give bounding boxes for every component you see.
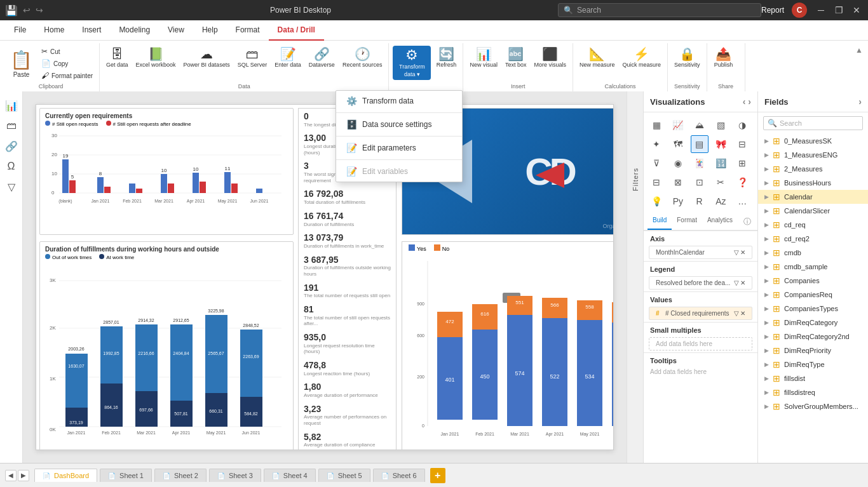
dataverse-button[interactable]: 🔗 Dataverse bbox=[306, 46, 337, 70]
viz-icon-stacked-col[interactable]: ▤ bbox=[691, 135, 709, 153]
viz-icon-matrix[interactable]: ⊠ bbox=[669, 173, 687, 191]
tab-file[interactable]: File bbox=[5, 20, 35, 41]
new-measure-button[interactable]: 📐 New measure bbox=[577, 46, 618, 70]
undo-icon[interactable]: ↩ bbox=[23, 5, 31, 15]
page-tab-sheet3[interactable]: 📄 Sheet 3 bbox=[209, 469, 261, 482]
fields-search[interactable]: 🔍 Search bbox=[763, 116, 863, 130]
excel-workbook-button[interactable]: 📗 Excel workbook bbox=[133, 46, 179, 70]
page-tab-sheet1[interactable]: 📄 Sheet 1 bbox=[100, 469, 152, 482]
tab-insert[interactable]: Insert bbox=[73, 20, 110, 41]
dropdown-transform-data[interactable]: ⚙️ Transform data bbox=[336, 91, 462, 111]
values-field-filter-icon[interactable]: ▽ bbox=[734, 310, 739, 317]
legend-field[interactable]: Resolved before the dea... ▽ ✕ bbox=[649, 276, 752, 290]
field-cmdb-sample[interactable]: ▶ ⊞ cmdb_sample bbox=[758, 260, 868, 274]
viz-icon-kpi[interactable]: 🔢 bbox=[712, 154, 729, 172]
viz-back-icon[interactable]: ‹ bbox=[743, 97, 746, 107]
sidebar-data-icon[interactable]: 🗃 bbox=[3, 117, 20, 135]
quick-measure-button[interactable]: ⚡ Quick measure bbox=[620, 46, 664, 70]
title-search-bar[interactable]: 🔍 Search bbox=[558, 3, 761, 17]
field-calendarslicer[interactable]: ▶ ⊞ CalendarSlicer bbox=[758, 204, 868, 218]
field-calendar[interactable]: ▶ ⊞ Calendar bbox=[758, 190, 868, 204]
viz-icon-funnel[interactable]: ⊽ bbox=[648, 154, 665, 172]
powerbi-datasets-button[interactable]: ☁ Power BI datasets bbox=[181, 46, 233, 70]
page-tab-sheet6[interactable]: 📄 Sheet 6 bbox=[373, 469, 425, 482]
legend-field-filter-icon[interactable]: ▽ bbox=[734, 279, 739, 286]
viz-info-button[interactable]: ⓘ bbox=[741, 214, 754, 230]
axis-field[interactable]: MonthInCalendar ▽ ✕ bbox=[649, 246, 752, 259]
viz-icon-waterfall[interactable]: ⊟ bbox=[733, 135, 751, 153]
viz-icon-more[interactable]: … bbox=[733, 192, 751, 210]
field-dimreqtype[interactable]: ▶ ⊞ DimReqType bbox=[758, 357, 868, 371]
format-painter-button[interactable]: 🖌 Format painter bbox=[39, 70, 95, 81]
page-tab-sheet2[interactable]: 📄 Sheet 2 bbox=[154, 469, 207, 482]
page-tab-sheet4[interactable]: 📄 Sheet 4 bbox=[264, 469, 316, 482]
small-multiples-field[interactable]: Add data fields here bbox=[649, 337, 752, 350]
enter-data-button[interactable]: 📝 Enter data bbox=[272, 46, 304, 70]
paste-button[interactable]: 📋 Paste bbox=[6, 46, 36, 81]
viz-icon-ribbon[interactable]: 🎀 bbox=[712, 135, 729, 153]
transform-data-button[interactable]: ⚙ Transform data ▾ bbox=[393, 46, 431, 80]
tab-modeling[interactable]: Modeling bbox=[110, 20, 159, 41]
tab-view[interactable]: View bbox=[159, 20, 193, 41]
sidebar-report-icon[interactable]: 📊 bbox=[3, 97, 20, 114]
tab-data-drill[interactable]: Data / Drill bbox=[269, 20, 324, 41]
field-0-measuressk[interactable]: ▶ ⊞ 0_MeasuresSK bbox=[758, 134, 868, 148]
fields-expand-icon[interactable]: › bbox=[858, 97, 862, 107]
field-companiesreq[interactable]: ▶ ⊞ CompaniesReq bbox=[758, 288, 868, 302]
viz-tab-format[interactable]: Format bbox=[672, 214, 702, 230]
sidebar-dax-icon[interactable]: Ω bbox=[3, 157, 20, 175]
tab-format[interactable]: Format bbox=[227, 20, 269, 41]
minimize-button[interactable]: ─ bbox=[815, 4, 827, 17]
field-companiestypes[interactable]: ▶ ⊞ CompaniesTypes bbox=[758, 302, 868, 316]
viz-icon-python[interactable]: Py bbox=[669, 192, 687, 210]
field-dimreqcategory[interactable]: ▶ ⊞ DimReqCategory bbox=[758, 316, 868, 330]
page-next-button[interactable]: ▶ bbox=[18, 470, 29, 481]
redo-icon[interactable]: ↪ bbox=[36, 5, 43, 15]
values-field-remove-icon[interactable]: ✕ bbox=[740, 310, 745, 317]
viz-icon-map[interactable]: 🗺 bbox=[669, 135, 687, 153]
page-tab-dashboard[interactable]: 📄 DashBoard bbox=[34, 469, 97, 482]
text-box-button[interactable]: 🔤 Text box bbox=[503, 46, 529, 70]
field-dimreqpriority[interactable]: ▶ ⊞ DimReqPriority bbox=[758, 344, 868, 357]
add-page-button[interactable]: + bbox=[430, 468, 445, 483]
field-2-measures[interactable]: ▶ ⊞ 2_Measures bbox=[758, 162, 868, 176]
field-cd-req2[interactable]: ▶ ⊞ cd_req2 bbox=[758, 232, 868, 246]
viz-tab-build[interactable]: Build bbox=[648, 214, 672, 230]
viz-icon-az[interactable]: Az bbox=[712, 192, 729, 210]
viz-icon-pie[interactable]: ◑ bbox=[733, 116, 751, 134]
more-visuals-button[interactable]: ⬛ More visuals bbox=[531, 46, 569, 70]
user-avatar[interactable]: C bbox=[792, 3, 807, 18]
tab-home[interactable]: Home bbox=[35, 20, 73, 41]
get-data-button[interactable]: 🗄 Get data bbox=[104, 46, 131, 70]
publish-button[interactable]: 📤 Publish bbox=[711, 46, 736, 70]
field-1-measureseng[interactable]: ▶ ⊞ 1_MeasuresENG bbox=[758, 148, 868, 162]
viz-icon-table[interactable]: ⊟ bbox=[648, 173, 665, 191]
recent-sources-button[interactable]: 🕐 Recent sources bbox=[340, 46, 385, 70]
field-fillsdistreq[interactable]: ▶ ⊞ fillsdistreq bbox=[758, 385, 868, 399]
new-visual-button[interactable]: 📊 New visual bbox=[467, 46, 500, 70]
viz-icon-scatter[interactable]: ✦ bbox=[648, 135, 665, 153]
field-cmdb[interactable]: ▶ ⊞ cmdb bbox=[758, 246, 868, 260]
refresh-button[interactable]: 🔄 Refresh bbox=[433, 46, 459, 70]
viz-icon-qna[interactable]: ❓ bbox=[733, 173, 751, 191]
field-fillsdist[interactable]: ▶ ⊞ fillsdist bbox=[758, 371, 868, 385]
sensitivity-button[interactable]: 🔒 Sensitivity bbox=[672, 46, 703, 70]
values-field[interactable]: # # Closed requirements ▽ ✕ bbox=[649, 307, 752, 320]
save-icon[interactable]: 💾 bbox=[5, 4, 18, 17]
sidebar-filter-icon[interactable]: ▽ bbox=[3, 178, 20, 196]
viz-icon-decomp[interactable]: ✂ bbox=[712, 173, 729, 191]
close-button[interactable]: ✕ bbox=[850, 4, 863, 17]
field-solvergroupmembers[interactable]: ▶ ⊞ SolverGroupMembers... bbox=[758, 399, 868, 413]
tab-help[interactable]: Help bbox=[193, 20, 227, 41]
viz-icon-gauge[interactable]: ◉ bbox=[669, 154, 687, 172]
dropdown-data-source-settings[interactable]: 🗄️ Data source settings bbox=[336, 114, 462, 135]
dropdown-edit-parameters[interactable]: 📝 Edit parameters bbox=[336, 138, 462, 158]
sql-server-button[interactable]: 🗃 SQL Server bbox=[235, 46, 270, 70]
copy-button[interactable]: 📄 Copy bbox=[39, 58, 95, 69]
cut-button[interactable]: ✂ Cut bbox=[39, 46, 95, 57]
viz-icon-card[interactable]: 🃏 bbox=[691, 154, 709, 172]
axis-field-remove-icon[interactable]: ✕ bbox=[740, 249, 745, 256]
axis-field-filter-icon[interactable]: ▽ bbox=[734, 249, 739, 256]
page-prev-button[interactable]: ◀ bbox=[5, 470, 17, 481]
viz-icon-bar[interactable]: ▧ bbox=[712, 116, 729, 134]
